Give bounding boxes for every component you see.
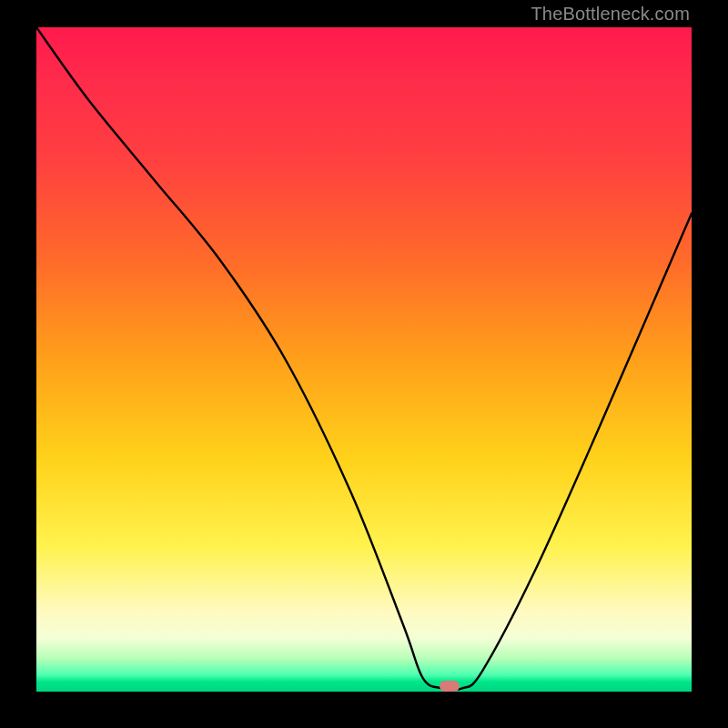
watermark-text: TheBottleneck.com [531, 4, 690, 25]
chart-frame: TheBottleneck.com [0, 0, 728, 728]
optimal-marker [440, 681, 460, 692]
bottleneck-curve-path [36, 27, 692, 690]
plot-area [36, 27, 692, 692]
curve-svg [36, 27, 692, 692]
